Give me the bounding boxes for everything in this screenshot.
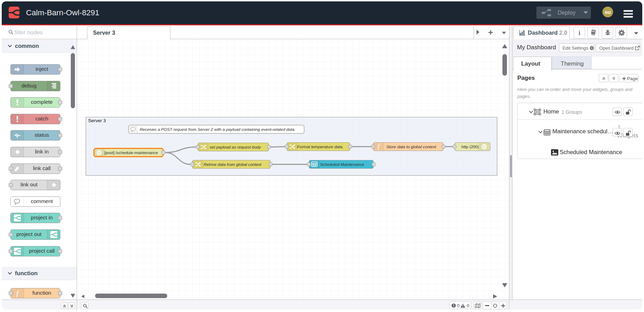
svg-text:i: i — [578, 29, 580, 36]
svg-text:Scheduled Maintenance: Scheduled Maintenance — [320, 162, 364, 167]
svg-text:set payload as request body: set payload as request body — [210, 145, 261, 150]
svg-text:f: f — [16, 289, 19, 297]
svg-text:[post] /schedule-maintenance: [post] /schedule-maintenance — [104, 150, 158, 155]
svg-text:Retrive data from global conte: Retrive data from global context — [204, 162, 262, 167]
svg-text:Receives a POST request from S: Receives a POST request from Server 2 wi… — [140, 127, 296, 132]
svg-text:Server 3: Server 3 — [88, 118, 106, 123]
svg-text:Store data to global context: Store data to global context — [386, 144, 436, 149]
svg-text:Format temperature data.: Format temperature data. — [297, 144, 344, 149]
svg-text:http (200): http (200) — [461, 144, 479, 149]
